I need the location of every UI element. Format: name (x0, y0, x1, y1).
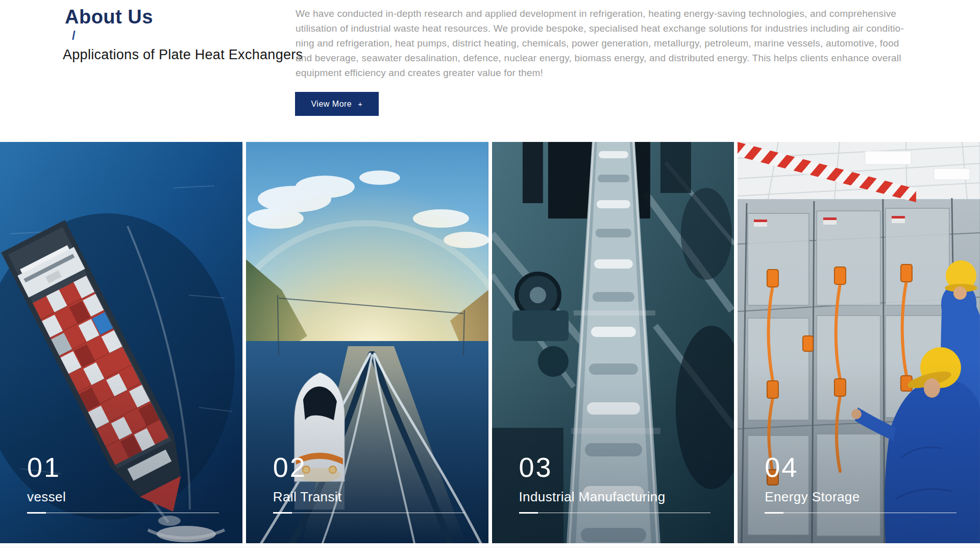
card-energy-storage[interactable]: 04 Energy Storage (738, 142, 980, 543)
card-caption: 01 vessel (0, 453, 242, 543)
heading-block: About Us / Applications of Plate Heat Ex… (63, 7, 303, 63)
about-description: We have conducted in-depth research and … (296, 6, 904, 80)
card-rail-transit[interactable]: 02 Rail Transit (246, 142, 488, 543)
card-industrial-manufacturing[interactable]: 03 Industrial Manufacturing (492, 142, 734, 543)
title-divider-slash: / (72, 30, 303, 42)
card-label: Industrial Manufacturing (519, 489, 711, 505)
section-divider-line (0, 547, 980, 547)
page-title: About Us (65, 7, 303, 27)
card-number: 02 (273, 453, 465, 481)
plus-icon: + (358, 100, 362, 108)
applications-card-row: 01 vessel (0, 142, 980, 543)
card-number: 04 (765, 453, 957, 481)
card-caption: 04 Energy Storage (738, 453, 980, 543)
section-subtitle: Applications of Plate Heat Exchangers (63, 47, 303, 63)
view-more-button[interactable]: View More + (295, 92, 379, 116)
card-underline (27, 512, 219, 514)
card-vessel[interactable]: 01 vessel (0, 142, 242, 543)
card-label: Rail Transit (273, 489, 465, 505)
card-underline (765, 512, 957, 514)
card-caption: 02 Rail Transit (246, 453, 488, 543)
view-more-label: View More (311, 100, 352, 109)
card-label: Energy Storage (765, 489, 957, 505)
card-number: 01 (27, 453, 219, 481)
card-number: 03 (519, 453, 711, 481)
card-underline (519, 512, 711, 514)
card-label: vessel (27, 489, 219, 505)
card-caption: 03 Industrial Manufacturing (492, 453, 734, 543)
about-section: About Us / Applications of Plate Heat Ex… (0, 0, 980, 142)
card-underline (273, 512, 465, 514)
